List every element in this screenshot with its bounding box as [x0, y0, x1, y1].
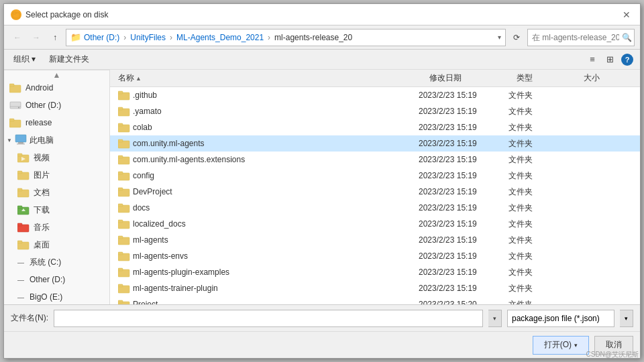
new-folder-label: 新建文件夹 — [49, 54, 89, 65]
file-date: 2023/2/23 15:19 — [419, 284, 506, 293]
file-row[interactable]: colab 2023/2/23 15:19 文件夹 — [110, 119, 640, 135]
filename-dropdown-button[interactable]: ▾ — [488, 310, 502, 327]
file-date: 2023/2/23 15:19 — [419, 139, 506, 148]
open-dropdown-arrow: ▾ — [574, 342, 578, 349]
folder-icon — [118, 106, 130, 117]
file-row[interactable]: ml-agents-envs 2023/2/23 15:19 文件夹 — [110, 248, 640, 264]
sidebar-item-label: 图片 — [34, 170, 50, 181]
forward-button[interactable]: → — [28, 29, 44, 46]
file-row[interactable]: Project 2023/2/23 15:20 文件夹 — [110, 296, 640, 304]
sidebar-item-d-drive[interactable]: — Other (D:) — [4, 271, 109, 288]
sidebar-item-pictures[interactable]: 图片 — [4, 166, 109, 184]
folder-icon — [118, 235, 130, 245]
help-button[interactable]: ? — [620, 52, 635, 67]
back-button[interactable]: ← — [9, 29, 25, 46]
sidebar-item-desktop[interactable]: 桌面 — [4, 236, 109, 253]
sidebar-scroll-up[interactable]: ▲ — [4, 70, 109, 79]
path-segment-2: UnityFiles — [130, 33, 166, 42]
new-folder-button[interactable]: 新建文件夹 — [45, 52, 93, 66]
file-row[interactable]: ml-agents-trainer-plugin 2023/2/23 15:19… — [110, 280, 640, 296]
sidebar-this-pc[interactable]: ▼ 此电脑 — [4, 131, 109, 149]
col-header-name[interactable]: 名称 ▲ — [115, 72, 427, 84]
downloads-folder-icon — [17, 204, 30, 215]
sidebar-item-release[interactable]: release — [4, 114, 109, 131]
path-segment-3: ML-Agents_Demo_2021 — [176, 33, 264, 42]
sidebar-item-music[interactable]: 音乐 — [4, 219, 109, 236]
svg-rect-32 — [118, 107, 123, 110]
address-path[interactable]: 📁 Other (D:) › UnityFiles › ML-Agents_De… — [66, 29, 506, 46]
svg-rect-56 — [118, 300, 123, 303]
sidebar-item-docs[interactable]: 文档 — [4, 184, 109, 201]
file-date: 2023/2/23 15:19 — [419, 155, 506, 164]
svg-rect-18 — [17, 188, 22, 191]
file-row[interactable]: localized_docs 2023/2/23 15:19 文件夹 — [110, 216, 640, 232]
file-date: 2023/2/23 15:19 — [419, 187, 506, 196]
file-name: com.unity.ml-agents.extensions — [133, 155, 416, 164]
file-row[interactable]: config 2023/2/23 15:19 文件夹 — [110, 168, 640, 184]
view-toggle-button[interactable]: ⊞ — [602, 52, 617, 67]
sidebar-item-e-drive[interactable]: — BigO (E:) — [4, 288, 109, 304]
open-button[interactable]: 打开(O) ▾ — [533, 336, 589, 355]
col-header-date[interactable]: 修改日期 — [427, 72, 514, 84]
folder-icon — [118, 202, 130, 213]
filetype-dropdown-button[interactable]: ▾ — [620, 310, 633, 327]
up-button[interactable]: ↑ — [47, 29, 63, 46]
file-area: 名称 ▲ 修改日期 类型 大小 .github — [110, 70, 640, 304]
sidebar-item-label: Other (D:) — [25, 101, 61, 110]
video-folder-icon — [17, 152, 30, 163]
folder-icon — [118, 219, 130, 229]
sidebar-item-label: 视频 — [34, 152, 50, 164]
svg-rect-40 — [118, 172, 123, 174]
sidebar-item-video[interactable]: 视频 — [4, 149, 109, 166]
file-type: 文件夹 — [508, 170, 576, 182]
file-type: 文件夹 — [508, 219, 576, 230]
filetype-select[interactable]: package.json file (*.json) — [507, 310, 614, 327]
column-headers: 名称 ▲ 修改日期 类型 大小 — [110, 70, 640, 87]
file-type: 文件夹 — [508, 283, 576, 294]
folder-icon — [118, 122, 130, 133]
file-name: DevProject — [133, 187, 416, 196]
file-name: colab — [133, 123, 416, 132]
view-menu-button[interactable]: ≡ — [585, 52, 600, 67]
file-row[interactable]: com.unity.ml-agents 2023/2/23 15:19 文件夹 — [110, 135, 640, 152]
sidebar-item-other-d[interactable]: Other (D:) — [4, 97, 109, 114]
sidebar-item-label: Android — [25, 83, 53, 93]
col-header-type[interactable]: 类型 — [514, 72, 581, 84]
file-name: ml-agents — [133, 235, 416, 245]
svg-rect-38 — [118, 156, 123, 158]
svg-point-6 — [18, 107, 19, 109]
file-row[interactable]: .github 2023/2/23 15:19 文件夹 — [110, 87, 640, 103]
file-type: 文件夹 — [508, 251, 576, 262]
pictures-folder-icon — [17, 170, 30, 180]
search-input[interactable] — [532, 33, 619, 42]
file-date: 2023/2/23 15:19 — [419, 107, 506, 116]
search-box[interactable]: 🔍 — [527, 29, 635, 46]
svg-rect-52 — [118, 268, 123, 271]
sidebar-item-android[interactable]: Android — [4, 79, 109, 97]
organize-button[interactable]: 组织 ▾ — [9, 52, 40, 66]
svg-rect-11 — [17, 143, 25, 145]
file-name: docs — [133, 203, 416, 213]
file-row[interactable]: .yamato 2023/2/23 15:19 文件夹 — [110, 103, 640, 119]
file-row[interactable]: DevProject 2023/2/23 15:19 文件夹 — [110, 184, 640, 200]
sidebar-item-label: 下载 — [34, 204, 50, 216]
drive-separator-2: — — [17, 276, 24, 284]
file-row[interactable]: ml-agents 2023/2/23 15:19 文件夹 — [110, 232, 640, 248]
file-type: 文件夹 — [508, 299, 576, 305]
file-row[interactable]: com.unity.ml-agents.extensions 2023/2/23… — [110, 152, 640, 168]
path-dropdown-arrow[interactable]: ▾ — [498, 34, 501, 41]
file-row[interactable]: docs 2023/2/23 15:19 文件夹 — [110, 200, 640, 216]
sidebar-item-c-drive[interactable]: — 系统 (C:) — [4, 253, 109, 271]
file-name: com.unity.ml-agents — [133, 139, 416, 148]
file-type: 文件夹 — [508, 154, 576, 166]
close-button[interactable]: ✕ — [620, 8, 633, 21]
file-name: config — [133, 171, 416, 180]
filename-input[interactable] — [54, 310, 483, 327]
svg-rect-10 — [18, 142, 23, 143]
search-icon: 🔍 — [622, 33, 632, 42]
sidebar-item-downloads[interactable]: 下载 — [4, 201, 109, 219]
file-row[interactable]: ml-agents-plugin-examples 2023/2/23 15:1… — [110, 264, 640, 280]
filetype-label: package.json file (*.json) — [512, 314, 600, 323]
col-header-size[interactable]: 大小 — [581, 72, 635, 84]
refresh-button[interactable]: ⟳ — [508, 29, 525, 46]
